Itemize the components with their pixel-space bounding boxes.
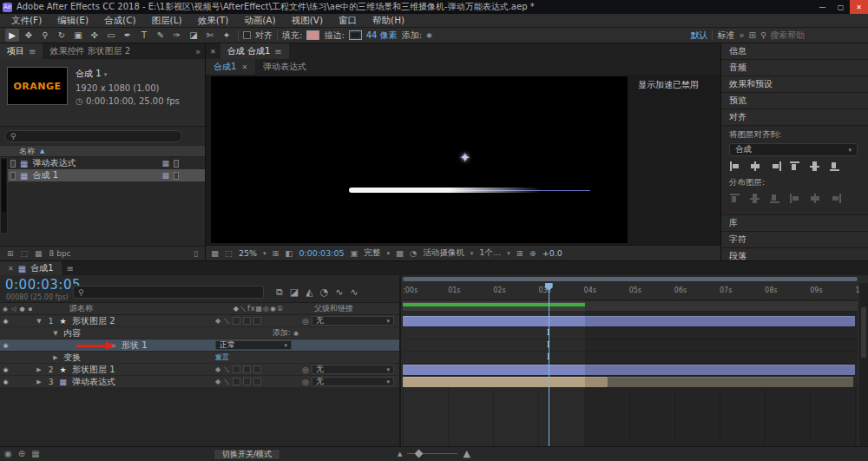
switch-box[interactable] <box>233 366 240 373</box>
roto-brush-tool-icon[interactable]: ✄ <box>203 29 217 42</box>
group-name[interactable]: 形状 1 <box>119 339 215 352</box>
menu-item[interactable]: 帮助(H) <box>365 15 412 27</box>
composition-mini-flowchart-icon[interactable]: ⧉ <box>276 286 283 298</box>
zoom-slider[interactable] <box>407 453 457 454</box>
parent-dropdown[interactable]: 无 ▾ <box>312 365 394 374</box>
pick-whip-icon[interactable]: ◎ <box>302 378 309 386</box>
roi-icon[interactable]: ▦ <box>396 248 404 258</box>
label-color-chip[interactable] <box>10 160 16 168</box>
hand-tool-icon[interactable]: ✥ <box>22 29 36 42</box>
switch-box[interactable] <box>233 378 240 385</box>
expander-icon[interactable]: ▼ <box>50 330 61 337</box>
menu-item[interactable]: 图层(L) <box>144 15 190 27</box>
hide-shy-layers-icon[interactable]: ◭ <box>306 286 312 298</box>
menu-item[interactable]: 合成(C) <box>96 15 144 27</box>
sparkle-shape[interactable]: ✦ <box>459 149 470 166</box>
name-column-header[interactable]: 名称 <box>19 146 35 157</box>
layer-row-shape-layer-2[interactable]: ◉ ▼ 1 ★ 形状图层 2 ◆ ＼ ◎ 无 ▾ <box>0 315 399 327</box>
switches-column-header[interactable]: ◆＼fx▦◎◉① <box>215 304 302 313</box>
menu-item[interactable]: 动画(A) <box>236 15 283 27</box>
chevron-down-icon[interactable]: ▾ <box>263 250 266 257</box>
panel-character[interactable]: 字符 <box>721 232 868 247</box>
resolution-menu[interactable]: 完整 <box>364 247 380 259</box>
align-top-icon[interactable] <box>790 161 801 171</box>
viewer-tab-expression[interactable]: 弹动表达式 <box>255 59 314 75</box>
distribute-right-icon[interactable] <box>830 194 841 203</box>
add-label[interactable]: 添加: <box>402 30 422 42</box>
pixel-aspect-icon[interactable]: ⊞ <box>516 248 523 258</box>
collapse-icon[interactable]: ＼ <box>223 316 230 326</box>
maximize-button[interactable]: ▢ <box>832 0 850 14</box>
zoom-slider-thumb[interactable] <box>415 450 424 458</box>
motion-blur-icon[interactable]: ∿ <box>335 286 343 298</box>
align-horizontal-center-icon[interactable] <box>750 161 761 171</box>
align-vertical-center-icon[interactable] <box>810 161 821 171</box>
composition-frame[interactable] <box>211 76 628 243</box>
close-button[interactable]: ✕ <box>850 0 868 14</box>
quality-icon[interactable]: ◆ <box>215 366 220 373</box>
chevron-down-icon[interactable]: ▾ <box>470 250 474 257</box>
fill-label[interactable]: 填充: <box>282 30 302 42</box>
work-area-bar[interactable] <box>403 303 585 306</box>
shape-tool-icon[interactable]: ▭ <box>104 29 118 42</box>
eye-icon[interactable]: ◉ <box>0 318 11 325</box>
tab-overflow-icon[interactable]: » <box>191 43 205 59</box>
distribute-horizontal-center-icon[interactable] <box>810 194 821 203</box>
panel-menu-icon[interactable]: ≡ <box>62 264 79 273</box>
statusbar-icon[interactable]: ◉ <box>4 449 12 458</box>
statusbar-icon[interactable]: ⊕ <box>18 449 25 458</box>
group-row-contents[interactable]: ▼ 内容 添加: ◉ <box>0 327 399 339</box>
label-color-chip[interactable] <box>10 172 16 180</box>
draft-3d-icon[interactable]: ◪ <box>290 286 299 298</box>
composition-viewport[interactable]: ✦ 显示加速已禁用 <box>206 75 720 245</box>
parent-link-column-header[interactable]: 父级和链接 <box>302 303 399 314</box>
distribute-bottom-icon[interactable] <box>770 194 781 203</box>
workspace-grid-icon[interactable]: ⊞ <box>749 30 756 40</box>
quality-icon[interactable]: ◆ <box>215 317 220 325</box>
collapse-icon[interactable]: ＼ <box>223 377 230 386</box>
panel-menu-icon[interactable]: ≡ <box>274 47 281 56</box>
timeline-zoom-control[interactable]: ▲ ▲ <box>398 448 470 459</box>
type-tool-icon[interactable]: T <box>137 29 151 42</box>
layer-name[interactable]: 弹动表达式 <box>69 376 215 388</box>
distribute-top-icon[interactable] <box>730 194 741 203</box>
chevron-down-icon[interactable]: ▾ <box>104 71 108 78</box>
panel-info[interactable]: 信息 <box>721 43 868 59</box>
eye-icon[interactable]: ◉ <box>0 342 11 349</box>
pick-whip-icon[interactable]: ◎ <box>302 366 309 374</box>
current-timecode[interactable]: 0:00:03:05 <box>5 277 81 293</box>
parent-dropdown[interactable]: 无 ▾ <box>312 316 394 326</box>
stroke-label[interactable]: 描边: <box>324 30 344 42</box>
trash-icon[interactable]: ▯ <box>194 249 198 258</box>
align-to-dropdown[interactable]: 合成 ▾ <box>729 143 858 156</box>
timeline-tab-comp1[interactable]: ✕ ▦ 合成1 <box>0 261 62 275</box>
close-icon[interactable]: ✕ <box>8 265 14 273</box>
menu-item[interactable]: 文件(F) <box>3 15 49 27</box>
composition-panel-title[interactable]: 合成 合成1 ≡ <box>220 43 289 59</box>
layer-name[interactable]: 形状图层 1 <box>69 364 215 376</box>
expander-icon[interactable]: ▶ <box>33 379 45 385</box>
puppet-pin-tool-icon[interactable]: ✦ <box>220 29 233 42</box>
project-scrollbar[interactable] <box>0 157 8 234</box>
project-list-header[interactable]: 名称 ▲ <box>0 146 205 157</box>
source-name-column-header[interactable]: 源名称 <box>69 303 215 314</box>
pen-tool-icon[interactable]: ✒ <box>121 29 135 42</box>
time-navigator[interactable] <box>403 277 858 281</box>
workspace-overflow-icon[interactable]: » <box>739 30 744 40</box>
distribute-vertical-center-icon[interactable] <box>750 194 761 203</box>
layer-row-expression-comp[interactable]: ◉ ▶ 3 ▦ 弹动表达式 ◆ ＼ ◎ 无 ▾ <box>0 376 399 388</box>
list-item[interactable]: ▦ 弹动表达式 ▦ <box>0 157 205 169</box>
project-bit-depth[interactable]: 8 bpc <box>49 249 71 258</box>
snap-checkbox[interactable] <box>243 31 251 39</box>
viewport-timecode[interactable]: 0:00:03:05 <box>299 248 345 258</box>
group-name[interactable]: 内容 <box>61 327 215 339</box>
help-search-input[interactable] <box>770 30 839 40</box>
panel-menu-icon[interactable]: ≡ <box>29 47 36 56</box>
list-item[interactable]: ▦ 合成 1 ▦ <box>0 169 205 181</box>
add-property-button[interactable]: 添加: ◉ <box>273 327 302 339</box>
blend-mode-dropdown[interactable]: 正常 ▾ <box>215 340 292 350</box>
minimize-button[interactable]: — <box>813 0 832 14</box>
pick-whip-icon[interactable]: ◎ <box>302 317 309 326</box>
menu-item[interactable]: 编辑(E) <box>49 15 96 27</box>
brush-tool-icon[interactable]: ✎ <box>154 29 168 42</box>
